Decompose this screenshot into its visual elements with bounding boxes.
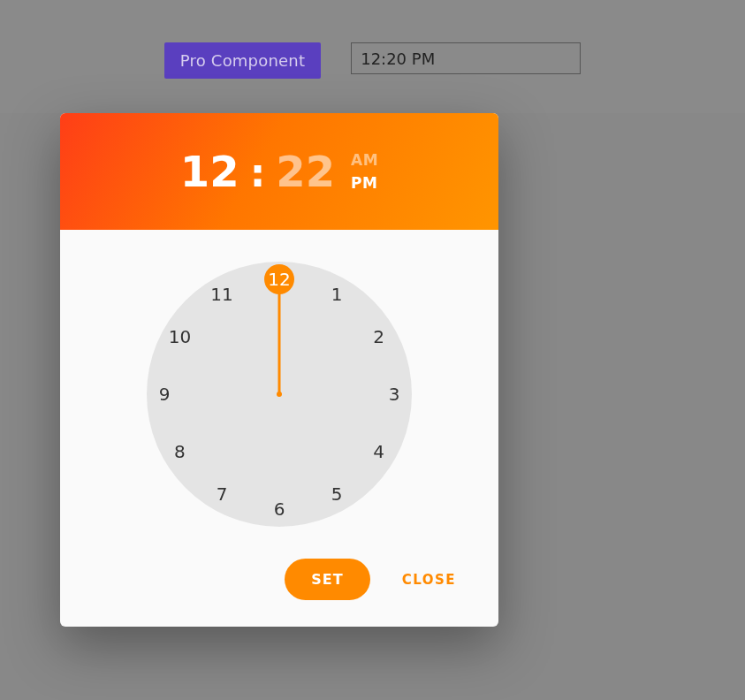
picker-header: 12 : 22 AM PM (60, 113, 498, 230)
close-button[interactable]: CLOSE (402, 572, 456, 588)
clock-hour-11[interactable]: 11 (207, 279, 237, 309)
top-bar: Pro Component (0, 0, 745, 113)
hour-display[interactable]: 12 (180, 147, 239, 196)
clock-hour-8[interactable]: 8 (164, 437, 194, 467)
clock-hour-4[interactable]: 4 (364, 437, 394, 467)
clock-face[interactable]: 121234567891011 (147, 262, 412, 527)
time-colon: : (250, 150, 266, 195)
clock-hand (278, 279, 281, 394)
set-button[interactable]: SET (285, 559, 369, 600)
clock-center-dot (277, 392, 282, 397)
clock-hour-2[interactable]: 2 (364, 322, 394, 352)
clock-container: 121234567891011 (60, 230, 498, 546)
clock-hour-5[interactable]: 5 (322, 479, 352, 509)
time-input[interactable] (351, 42, 581, 74)
picker-actions: SET CLOSE (60, 546, 498, 627)
minute-display[interactable]: 22 (276, 147, 335, 196)
pro-component-badge: Pro Component (164, 42, 321, 79)
clock-hour-9[interactable]: 9 (149, 379, 179, 409)
am-option[interactable]: AM (351, 151, 378, 169)
clock-hour-1[interactable]: 1 (322, 279, 352, 309)
clock-hour-10[interactable]: 10 (164, 322, 194, 352)
clock-hour-12[interactable]: 12 (264, 264, 294, 294)
pm-option[interactable]: PM (351, 174, 378, 192)
time-display: 12 : 22 (180, 147, 335, 196)
meridiem-toggle: AM PM (351, 151, 378, 192)
time-picker-dialog: 12 : 22 AM PM 121234567891011 SET CLOSE (60, 113, 498, 627)
clock-hour-7[interactable]: 7 (207, 479, 237, 509)
clock-hour-6[interactable]: 6 (264, 494, 294, 524)
clock-hour-3[interactable]: 3 (379, 379, 409, 409)
